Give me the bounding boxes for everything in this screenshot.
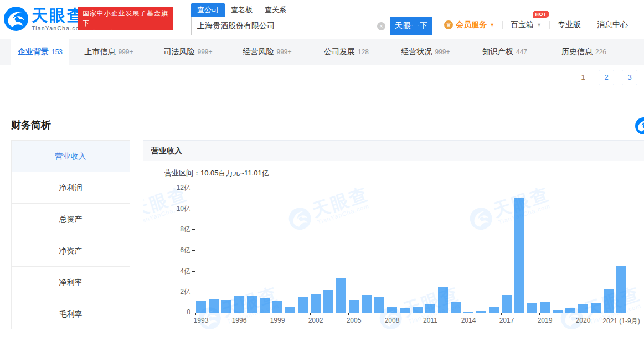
bar-2[interactable]	[221, 300, 231, 313]
pagination: 1 23	[575, 70, 637, 85]
bar-6[interactable]	[272, 301, 282, 313]
bar-19[interactable]	[438, 287, 448, 313]
nav-tab-企业背景[interactable]: 企业背景153	[11, 39, 69, 65]
bar-22[interactable]	[476, 311, 486, 313]
y-axis-tick	[192, 229, 195, 230]
sidebar-item-营业收入[interactable]: 营业收入	[12, 141, 130, 172]
search-button[interactable]: 天眼一下	[390, 17, 432, 35]
divider	[502, 21, 503, 29]
nav-tab-公司发展[interactable]: 公司发展128	[307, 39, 386, 65]
y-axis-tick	[192, 209, 195, 209]
bar-33[interactable]	[616, 266, 626, 313]
bar-23[interactable]	[489, 307, 499, 313]
divider	[549, 21, 550, 29]
y-axis-label: 10亿	[162, 204, 190, 214]
bar-5[interactable]	[260, 298, 270, 313]
bar-14[interactable]	[374, 297, 384, 313]
nav-tab-count: 999+	[435, 48, 450, 56]
nav-tab-经营风险[interactable]: 经营风险999+	[228, 39, 307, 65]
search-input[interactable]	[191, 17, 390, 35]
pagination-current-page[interactable]: 1	[575, 70, 591, 85]
bar-16[interactable]	[400, 308, 410, 313]
y-axis-tick	[192, 292, 195, 292]
bar-7[interactable]	[285, 307, 295, 313]
x-axis-tick	[616, 313, 616, 315]
tianyancha-page: 天眼查 TianYanCha.com 国家中小企业发展子基金旗下 官方备案企业征…	[0, 0, 644, 352]
bar-21[interactable]	[463, 312, 473, 313]
y-axis-label: 12亿	[162, 183, 190, 193]
bar-4[interactable]	[247, 296, 257, 313]
nav-tab-经营状况[interactable]: 经营状况999+	[386, 39, 465, 65]
nav-tab-label: 经营风险	[243, 47, 274, 57]
menu-vip-services[interactable]: ♛ 会员服务 ▼	[444, 20, 494, 30]
sidebar-item-净利率[interactable]: 净利率	[12, 267, 130, 298]
x-axis-tick	[539, 313, 540, 315]
bar-29[interactable]	[565, 308, 575, 313]
panel-title: 营业收入	[143, 141, 644, 161]
nav-tab-count: 153	[51, 48, 63, 56]
bar-32[interactable]	[604, 289, 614, 313]
bar-25[interactable]	[514, 198, 524, 313]
finance-metric-sidebar: 营业收入净利润总资产净资产净利率毛利率	[11, 140, 130, 329]
bar-13[interactable]	[362, 295, 372, 313]
bar-11[interactable]	[336, 278, 346, 313]
bar-27[interactable]	[540, 302, 550, 313]
company-nav-tabs: 企业背景153上市信息999+司法风险999+经营风险999+公司发展128经营…	[0, 39, 644, 65]
tianyancha-logo[interactable]: 天眼查 TianYanCha.com	[4, 7, 85, 32]
x-axis-label: 2021 (1-9月)	[594, 317, 644, 326]
sidebar-item-毛利率[interactable]: 毛利率	[12, 298, 130, 330]
bar-31[interactable]	[591, 303, 601, 313]
nav-tab-label: 知识产权	[482, 47, 513, 57]
nav-tab-count: 999+	[276, 48, 291, 56]
sidebar-item-净资产[interactable]: 净资产	[12, 235, 130, 267]
gov-badge-line1: 国家中小企业发展子基金旗下	[83, 8, 168, 28]
nav-tab-label: 司法风险	[163, 47, 194, 57]
bar-3[interactable]	[234, 296, 244, 313]
menu-message-center[interactable]: 消息中心	[597, 20, 628, 30]
menu-toolbox[interactable]: 百宝箱 ▼ HOT	[511, 20, 542, 30]
pagination-page-2[interactable]: 2	[599, 70, 614, 85]
bar-0[interactable]	[196, 301, 206, 313]
nav-tab-知识产权[interactable]: 知识产权447	[465, 39, 544, 65]
crown-icon: ♛	[444, 20, 453, 29]
nav-tab-label: 公司发展	[324, 47, 355, 57]
revenue-chart-panel: 营业收入 营业区间：10.05百万元~11.01亿 天眼查TianYanCha.…	[143, 140, 644, 329]
search-tab-查公司[interactable]: 查公司	[191, 3, 225, 17]
bar-10[interactable]	[323, 290, 333, 313]
sidebar-item-总资产[interactable]: 总资产	[12, 204, 130, 235]
x-axis-tick	[310, 313, 311, 315]
pagination-page-3[interactable]: 3	[622, 70, 637, 85]
bar-8[interactable]	[298, 297, 308, 313]
bar-18[interactable]	[425, 304, 435, 313]
x-axis-tick	[463, 313, 463, 315]
menu-pro-version[interactable]: 专业版	[558, 20, 581, 30]
hot-badge: HOT	[533, 11, 550, 18]
bar-1[interactable]	[209, 299, 219, 313]
bar-30[interactable]	[578, 304, 588, 313]
search-tab-查老板[interactable]: 查老板	[225, 3, 259, 17]
nav-tab-label: 经营状况	[401, 47, 432, 57]
bar-26[interactable]	[527, 303, 537, 313]
x-axis-tick	[425, 313, 425, 315]
x-axis-tick	[234, 313, 234, 315]
bar-12[interactable]	[349, 300, 359, 313]
bar-20[interactable]	[451, 302, 461, 313]
nav-tab-自[interactable]: 自	[624, 39, 644, 65]
bar-9[interactable]	[311, 294, 321, 313]
divider	[636, 21, 636, 29]
bar-24[interactable]	[502, 295, 512, 313]
sidebar-item-净利润[interactable]: 净利润	[12, 172, 130, 204]
y-axis-tick	[192, 271, 195, 272]
clear-search-icon[interactable]: ×	[377, 22, 385, 30]
top-menu: ♛ 会员服务 ▼ 百宝箱 ▼ HOT 专业版 消息中心	[444, 20, 644, 30]
nav-tab-上市信息[interactable]: 上市信息999+	[69, 39, 148, 65]
search-tab-查关系[interactable]: 查关系	[259, 3, 292, 17]
bar-15[interactable]	[387, 307, 397, 313]
nav-tab-司法风险[interactable]: 司法风险999+	[148, 39, 228, 65]
nav-tab-count: 447	[516, 48, 527, 56]
bar-17[interactable]	[413, 307, 423, 313]
nav-tab-历史信息[interactable]: 历史信息226	[544, 39, 624, 65]
floating-tianyancha-icon[interactable]	[635, 117, 644, 134]
bar-28[interactable]	[553, 310, 563, 313]
panel-header: 营业收入	[143, 141, 644, 161]
